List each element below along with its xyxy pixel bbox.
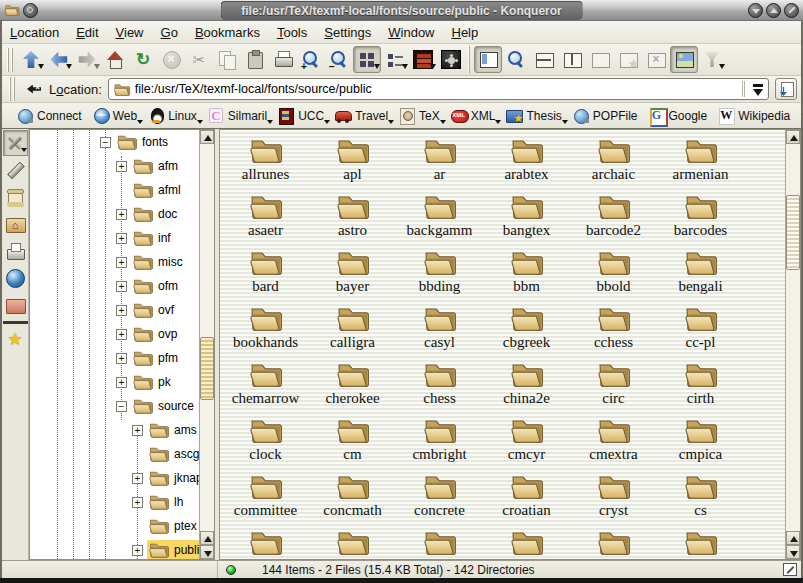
- scroll-up-arrow[interactable]: [786, 130, 800, 144]
- folder-chemarrow[interactable]: chemarrow: [222, 358, 309, 414]
- menu-tools[interactable]: Tools: [277, 25, 307, 40]
- print-toolbar[interactable]: [269, 46, 297, 73]
- folder-item[interactable]: [396, 526, 483, 560]
- folder-cirth[interactable]: cirth: [657, 358, 744, 414]
- tree-item-misc[interactable]: misc: [30, 250, 199, 274]
- menu-bookmarks[interactable]: Bookmarks: [195, 25, 260, 40]
- sticky-button[interactable]: [23, 3, 38, 18]
- copy-toolbar[interactable]: [213, 46, 241, 73]
- google-g-bookmark[interactable]: Google: [646, 105, 714, 127]
- tree-item-body[interactable]: doc: [131, 204, 181, 224]
- tree-item-afml[interactable]: afml: [30, 178, 199, 202]
- folder-calligra[interactable]: calligra: [309, 302, 396, 358]
- tree-item-body[interactable]: misc: [131, 252, 187, 272]
- main-scrollbar[interactable]: [785, 130, 800, 559]
- folder-cherokee[interactable]: cherokee: [309, 358, 396, 414]
- tree-item-inf[interactable]: inf: [30, 226, 199, 250]
- scroll-down-arrow[interactable]: [200, 545, 214, 559]
- tree-item-body[interactable]: pk: [131, 372, 175, 392]
- tree-item-ptex[interactable]: ptex: [30, 514, 199, 538]
- go-button[interactable]: [775, 78, 797, 100]
- toolbar-handle[interactable]: [7, 48, 14, 72]
- folder-concrete[interactable]: concrete: [396, 470, 483, 526]
- configure-tools-sidebar-tab[interactable]: [3, 130, 28, 156]
- location-dropdown-button[interactable]: [750, 80, 766, 98]
- folder-astro[interactable]: astro: [309, 190, 396, 246]
- tree-expander[interactable]: [132, 545, 143, 556]
- folder-cmextra[interactable]: cmextra: [570, 414, 657, 470]
- folder-allrunes[interactable]: allrunes: [222, 134, 309, 190]
- tree-item-jknappen[interactable]: jknappen: [30, 466, 199, 490]
- bookmarks-star-sidebar-tab[interactable]: [3, 327, 28, 353]
- folder-cc-pl[interactable]: cc-pl: [657, 302, 744, 358]
- folder-item[interactable]: [570, 526, 657, 560]
- tree-expander[interactable]: [132, 497, 143, 508]
- tree-item-ams[interactable]: ams: [30, 418, 199, 442]
- folder-item[interactable]: [222, 526, 309, 560]
- cut-toolbar[interactable]: [185, 46, 213, 73]
- image-preview-toolbar[interactable]: [670, 46, 698, 73]
- tex-lion-bookmark[interactable]: TeX: [396, 105, 446, 127]
- tree-item-body[interactable]: afm: [131, 156, 182, 176]
- remove-view-toolbar[interactable]: [586, 46, 614, 73]
- web-globe-bookmark[interactable]: Web: [90, 105, 143, 127]
- folder-cm[interactable]: cm: [309, 414, 396, 470]
- location-toolbar-handle[interactable]: [9, 77, 16, 101]
- tree-item-lh[interactable]: lh: [30, 490, 199, 514]
- main-scrollbar-thumb[interactable]: [786, 195, 800, 270]
- tree-expander[interactable]: [132, 473, 143, 484]
- tree-item-body[interactable]: lh: [147, 492, 187, 512]
- scroll-up-arrow[interactable]: [200, 130, 214, 144]
- tree-expander[interactable]: [116, 257, 127, 268]
- folder-bengali[interactable]: bengali: [657, 246, 744, 302]
- folder-armenian[interactable]: armenian: [657, 134, 744, 190]
- folder-cmpica[interactable]: cmpica: [657, 414, 744, 470]
- folder-arabtex[interactable]: arabtex: [483, 134, 570, 190]
- tree-item-body[interactable]: ascgrp: [147, 444, 199, 464]
- tree-item-body[interactable]: ovf: [131, 300, 178, 320]
- tree-expander[interactable]: [100, 137, 111, 148]
- wikipedia-w-bookmark[interactable]: Wikipedia: [715, 105, 796, 127]
- scroll-down-arrow[interactable]: [786, 545, 800, 559]
- menu-help[interactable]: Help: [452, 25, 479, 40]
- folder-cchess[interactable]: cchess: [570, 302, 657, 358]
- tree-expander[interactable]: [116, 161, 127, 172]
- folder-archaic[interactable]: archaic: [570, 134, 657, 190]
- titlebar[interactable]: file:/usr/TeX/texmf-local/fonts/source/p…: [0, 0, 803, 21]
- list-view-toolbar[interactable]: [381, 46, 409, 73]
- zoom-out-toolbar[interactable]: [325, 46, 353, 73]
- folder-item[interactable]: [483, 526, 570, 560]
- tree-item-body[interactable]: ovp: [131, 324, 181, 344]
- show-sidebar-toolbar[interactable]: [474, 46, 502, 73]
- gear-view-toolbar[interactable]: [437, 46, 465, 73]
- folder-chess[interactable]: chess: [396, 358, 483, 414]
- tree-scrollbar-thumb[interactable]: [200, 337, 214, 400]
- connect-globe-bookmark[interactable]: Connect: [14, 105, 88, 127]
- treemap-view-toolbar[interactable]: [409, 46, 437, 73]
- folder-bard[interactable]: bard: [222, 246, 309, 302]
- menu-edit[interactable]: Edit: [76, 25, 98, 40]
- folder-item[interactable]: [309, 526, 396, 560]
- tree-expander[interactable]: [116, 305, 127, 316]
- split-top-bottom-toolbar[interactable]: [530, 46, 558, 73]
- up-arrow-toolbar[interactable]: [17, 46, 45, 73]
- menu-location[interactable]: Location: [10, 25, 59, 40]
- tree-item-pk[interactable]: pk: [30, 370, 199, 394]
- folder-ar[interactable]: ar: [396, 134, 483, 190]
- stop-toolbar[interactable]: [157, 46, 185, 73]
- popfile-globe-bookmark[interactable]: POPFile: [570, 105, 644, 127]
- tree-item-ascgrp[interactable]: ascgrp: [30, 442, 199, 466]
- folder-bookhands[interactable]: bookhands: [222, 302, 309, 358]
- tree-item-body[interactable]: source: [131, 396, 198, 416]
- zoom-in-toolbar[interactable]: [297, 46, 325, 73]
- tree-item-public[interactable]: public: [30, 538, 199, 559]
- tree-expander[interactable]: [116, 329, 127, 340]
- tree-expander[interactable]: [116, 377, 127, 388]
- bookmark-overflow-chevron[interactable]: »: [798, 108, 803, 123]
- new-tab-toolbar[interactable]: [614, 46, 642, 73]
- forward-arrow-toolbar[interactable]: [73, 46, 101, 73]
- tree-item-fonts[interactable]: fonts: [30, 130, 199, 154]
- folder-cbgreek[interactable]: cbgreek: [483, 302, 570, 358]
- folder-cs[interactable]: cs: [657, 470, 744, 526]
- folder-barcode2[interactable]: barcode2: [570, 190, 657, 246]
